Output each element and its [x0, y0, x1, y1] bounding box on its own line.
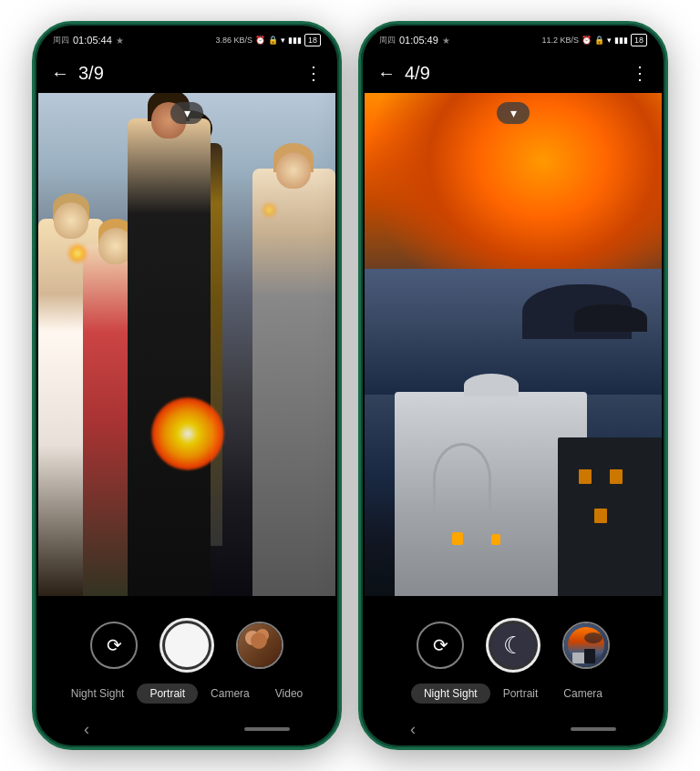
rotate-icon-2: ⟳	[433, 634, 448, 656]
signal-bars-2: ▮▮▮	[614, 36, 628, 45]
building-window-1	[579, 469, 592, 484]
status-icons-1: 3.86 KB/S ⏰ 🔒 ▾ ▮▮▮ 18	[215, 34, 321, 46]
battery-1: 18	[304, 34, 321, 46]
svg-rect-3	[584, 649, 595, 663]
phone-2: 周四 01:05:49 ★ 11.2 KB/S ⏰ 🔒 ▾ ▮▮▮ 18 ← 4…	[358, 21, 668, 750]
rotate-button-2[interactable]: ⟳	[417, 622, 464, 669]
camera-controls-2: ⟳ ☾	[365, 596, 662, 714]
lock-icon-2: 🔒	[594, 36, 604, 45]
building-area	[365, 370, 662, 596]
alarm-icon-1: ⏰	[255, 36, 265, 45]
thumbnail-button-2[interactable]	[562, 622, 610, 669]
mode-labels-1: Night Sight Portrait Camera Video	[38, 684, 335, 704]
building-arch	[433, 443, 491, 514]
time-2: 01:05:49	[399, 35, 438, 46]
phone-1-screen: 周四 01:05:44 ★ 3.86 KB/S ⏰ 🔒 ▾ ▮▮▮ 18 ← 3…	[38, 27, 335, 744]
lock-icon-1: 🔒	[268, 36, 278, 45]
person-5	[252, 169, 335, 596]
photo-area-1: ▾	[38, 93, 335, 596]
back-button-1[interactable]: ←	[51, 63, 69, 84]
page-count-2: 4/9	[405, 63, 631, 84]
sparkler-main	[151, 397, 224, 470]
star-icon-1: ★	[116, 36, 124, 46]
star-icon-2: ★	[442, 36, 450, 46]
shutter-inner-1	[165, 623, 209, 667]
thumb-face-3	[251, 632, 267, 649]
mode-icons-1: ⟳	[90, 618, 283, 673]
page-count-1: 3/9	[78, 63, 304, 84]
chevron-icon-2: ▾	[510, 106, 517, 120]
back-button-2[interactable]: ←	[377, 63, 396, 84]
thumbnail-svg	[568, 627, 604, 663]
chevron-button-1[interactable]: ▾	[170, 102, 203, 124]
person-3	[128, 118, 211, 596]
phone-1: 周四 01:05:44 ★ 3.86 KB/S ⏰ 🔒 ▾ ▮▮▮ 18 ← 3…	[32, 21, 342, 750]
building-window-2	[610, 469, 623, 484]
nav-bar-1: ‹	[38, 714, 335, 744]
window-light-2	[491, 534, 500, 545]
more-button-1[interactable]: ⋮	[304, 62, 323, 84]
head-1	[54, 202, 88, 239]
app-bar-2: ← 4/9 ⋮	[365, 53, 662, 93]
wifi-icon-1: ▾	[281, 36, 285, 45]
phone-2-screen: 周四 01:05:49 ★ 11.2 KB/S ⏰ 🔒 ▾ ▮▮▮ 18 ← 4…	[365, 27, 662, 744]
mode-portrait-2[interactable]: Portrait	[490, 687, 551, 700]
mode-camera-1[interactable]: Camera	[198, 687, 262, 700]
battery-2: 18	[631, 34, 647, 46]
nav-bar-2: ‹	[365, 714, 662, 744]
signal-bars-1: ▮▮▮	[288, 36, 302, 45]
status-bar-1: 周四 01:05:44 ★ 3.86 KB/S ⏰ 🔒 ▾ ▮▮▮ 18	[38, 27, 335, 53]
signal-text-2: 11.2 KB/S	[541, 36, 579, 45]
island-silhouette-2	[574, 304, 647, 332]
phone-1-frame: 周四 01:05:44 ★ 3.86 KB/S ⏰ 🔒 ▾ ▮▮▮ 18 ← 3…	[32, 21, 342, 750]
svg-point-1	[584, 632, 602, 643]
wifi-icon-2: ▾	[607, 36, 612, 45]
nav-pill-2[interactable]	[571, 727, 616, 731]
more-button-2[interactable]: ⋮	[631, 62, 649, 84]
nav-back-1[interactable]: ‹	[84, 720, 89, 739]
chevron-icon-1: ▾	[184, 106, 190, 120]
app-bar-1: ← 3/9 ⋮	[38, 53, 335, 93]
status-icons-2: 11.2 KB/S ⏰ 🔒 ▾ ▮▮▮ 18	[541, 34, 647, 46]
thumbnail-preview-1	[238, 623, 282, 667]
rotate-icon-1: ⟳	[107, 634, 122, 656]
group-photo	[38, 93, 335, 596]
shutter-inner-2: ☾	[491, 623, 535, 667]
status-bar-2: 周四 01:05:49 ★ 11.2 KB/S ⏰ 🔒 ▾ ▮▮▮ 18	[365, 27, 662, 53]
mode-video-1[interactable]: Video	[262, 687, 315, 700]
chevron-button-2[interactable]: ▾	[497, 102, 530, 124]
night-photo	[365, 93, 662, 596]
head-5	[276, 152, 311, 189]
phone-2-frame: 周四 01:05:49 ★ 11.2 KB/S ⏰ 🔒 ▾ ▮▮▮ 18 ← 4…	[358, 21, 668, 750]
mode-camera-2[interactable]: Camera	[551, 687, 615, 700]
time-area-1: 周四 01:05:44 ★	[53, 35, 124, 46]
time-area-2: 周四 01:05:49 ★	[379, 35, 450, 46]
day-label-2: 周四	[379, 35, 396, 46]
mode-icons-2: ⟳ ☾	[417, 618, 610, 673]
camera-controls-1: ⟳ Night Sight Portrait	[38, 596, 335, 714]
photo-area-2: ▾	[365, 93, 662, 596]
signal-text-1: 3.86 KB/S	[215, 36, 252, 45]
nav-pill-1[interactable]	[244, 727, 290, 731]
thumbnail-button-1[interactable]	[236, 622, 283, 669]
window-light-1	[452, 532, 463, 545]
day-label-1: 周四	[53, 35, 69, 46]
people-background	[38, 93, 335, 596]
time-1: 01:05:44	[73, 35, 112, 46]
alarm-icon-2: ⏰	[582, 36, 592, 45]
sparkler-left	[68, 244, 87, 262]
mode-night-sight-2[interactable]: Night Sight	[411, 684, 490, 704]
shutter-button-1[interactable]	[160, 618, 214, 673]
building-dome	[464, 374, 519, 396]
nav-back-2[interactable]: ‹	[410, 720, 416, 739]
shutter-button-2[interactable]: ☾	[486, 618, 540, 673]
mode-night-sight-1[interactable]: Night Sight	[58, 687, 138, 700]
building-window-3	[594, 509, 607, 523]
moon-icon: ☾	[503, 632, 524, 660]
thumbnail-preview-2	[564, 623, 608, 667]
dark-building	[558, 437, 662, 596]
mode-portrait-1[interactable]: Portrait	[137, 684, 198, 704]
rotate-button-1[interactable]: ⟳	[90, 622, 138, 669]
mode-labels-2: Night Sight Portrait Camera	[365, 684, 662, 704]
